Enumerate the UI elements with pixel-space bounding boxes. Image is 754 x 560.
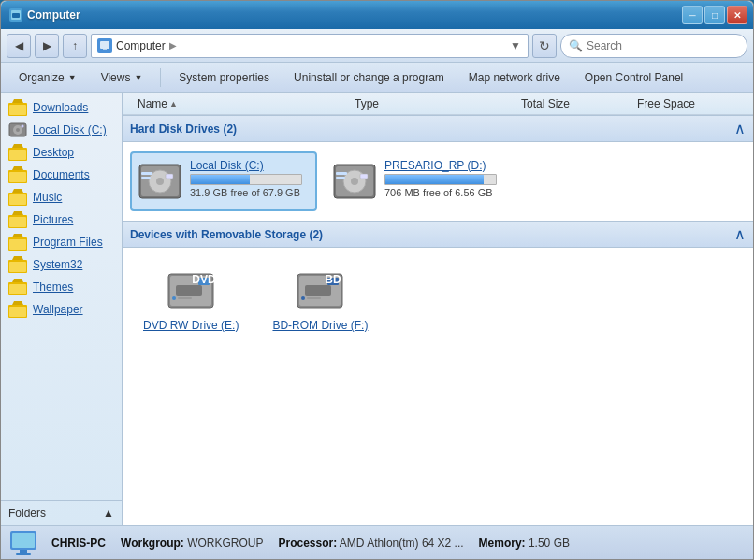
drive-c[interactable]: Local Disk (C:) 31.9 GB free of 67.9 GB: [130, 151, 317, 211]
folders-header[interactable]: Folders ▲: [8, 507, 114, 520]
sidebar-item-local-disk[interactable]: Local Disk (C:): [1, 119, 122, 141]
system-properties-button[interactable]: System properties: [168, 65, 280, 90]
drive-d[interactable]: PRESARIO_RP (D:) 706 MB free of 6.56 GB: [325, 151, 512, 211]
back-button[interactable]: ◀: [7, 34, 31, 58]
svg-rect-31: [9, 284, 26, 294]
drive-c-progress: [190, 174, 302, 185]
svg-rect-52: [176, 285, 202, 296]
svg-rect-40: [166, 174, 173, 179]
sidebar-item-program-files[interactable]: Program Files: [1, 231, 122, 253]
address-path: Computer: [116, 39, 166, 52]
open-control-panel-button[interactable]: Open Control Panel: [574, 65, 693, 90]
search-box[interactable]: 🔍: [560, 34, 747, 58]
col-header-total-size[interactable]: Total Size: [514, 97, 630, 110]
svg-rect-47: [360, 174, 368, 179]
drive-d-size: 706 MB free of 6.56 GB: [384, 187, 497, 198]
music-icon: [8, 189, 27, 206]
col-name-label: Name: [138, 97, 167, 110]
sidebar-label-program-files: Program Files: [33, 236, 103, 249]
svg-text:BD: BD: [326, 273, 342, 286]
maximize-button[interactable]: □: [704, 6, 725, 24]
memory-value: 1.50 GB: [529, 537, 570, 550]
removable-drives-grid: DVD DVD RW Drive (E:): [123, 248, 753, 351]
pc-name-label: CHRIS-PC: [51, 537, 106, 550]
sidebar-item-themes[interactable]: Themes: [1, 276, 122, 298]
svg-rect-59: [305, 285, 331, 296]
svg-rect-66: [20, 550, 27, 553]
sidebar-item-desktop[interactable]: Desktop: [1, 141, 122, 164]
drive-f[interactable]: BD BD-ROM Drive (F:): [259, 257, 381, 341]
drive-d-name: PRESARIO_RP (D:): [384, 159, 497, 172]
hard-disk-section-header[interactable]: Hard Disk Drives (2) ∧: [123, 115, 753, 142]
svg-marker-26: [12, 234, 23, 237]
uninstall-label: Uninstall or change a program: [294, 71, 444, 84]
drive-d-progress: [384, 174, 497, 185]
uninstall-button[interactable]: Uninstall or change a program: [283, 65, 455, 90]
svg-rect-41: [141, 172, 152, 175]
svg-rect-13: [9, 150, 26, 160]
sidebar-label-documents: Documents: [33, 168, 90, 181]
processor-value: AMD Athlon(tm) 64 X2 ...: [340, 537, 464, 550]
minimize-button[interactable]: ─: [682, 6, 703, 24]
map-network-button[interactable]: Map network drive: [458, 65, 571, 90]
col-free-space-label: Free Space: [637, 97, 695, 110]
system32-icon: [8, 256, 27, 273]
organize-button[interactable]: Organize ▼: [8, 65, 87, 90]
processor-label: Processor:: [278, 537, 337, 550]
svg-rect-67: [16, 553, 31, 555]
address-dropdown-icon[interactable]: ▼: [509, 39, 522, 52]
col-header-name[interactable]: Name ▲: [130, 97, 347, 110]
up-button[interactable]: ↑: [63, 34, 87, 58]
svg-rect-6: [9, 105, 26, 115]
sidebar-label-local-disk: Local Disk (C:): [33, 123, 107, 136]
close-button[interactable]: ✕: [727, 6, 747, 24]
sidebar-item-downloads[interactable]: Downloads: [1, 96, 122, 119]
col-header-type[interactable]: Type: [347, 97, 514, 110]
map-network-label: Map network drive: [469, 71, 560, 84]
dvd-icon: DVD: [167, 266, 215, 315]
sidebar-item-documents[interactable]: Documents: [1, 164, 122, 186]
svg-point-39: [156, 178, 164, 185]
sort-arrow-name: ▲: [169, 99, 178, 108]
svg-rect-22: [9, 217, 26, 227]
forward-button[interactable]: ▶: [35, 34, 59, 58]
back-icon: ◀: [15, 39, 23, 52]
sidebar-item-wallpaper[interactable]: Wallpaper: [1, 298, 122, 321]
svg-rect-3: [100, 41, 109, 49]
hard-disk-collapse-icon[interactable]: ∧: [734, 120, 746, 137]
sidebar-item-music[interactable]: Music: [1, 186, 122, 208]
workgroup-value: WORKGROUP: [187, 537, 263, 550]
drive-e[interactable]: DVD DVD RW Drive (E:): [130, 257, 252, 341]
removable-collapse-icon[interactable]: ∧: [734, 225, 746, 243]
folders-collapse-icon: ▲: [103, 507, 114, 520]
drive-d-info: PRESARIO_RP (D:) 706 MB free of 6.56 GB: [384, 159, 497, 198]
svg-rect-49: [336, 177, 345, 179]
sidebar-label-downloads: Downloads: [33, 101, 88, 114]
sidebar-label-desktop: Desktop: [33, 146, 74, 159]
svg-rect-16: [9, 172, 26, 182]
refresh-button[interactable]: ↻: [532, 34, 557, 58]
hdd-c-icon: [138, 159, 182, 204]
title-bar: Computer ─ □ ✕: [1, 1, 753, 29]
sidebar-label-pictures: Pictures: [33, 213, 73, 226]
sidebar-item-pictures[interactable]: Pictures: [1, 208, 122, 231]
search-input[interactable]: [587, 39, 739, 52]
toolbar-separator-1: [160, 68, 161, 87]
col-header-free-space[interactable]: Free Space: [630, 97, 746, 110]
views-button[interactable]: Views ▼: [91, 65, 153, 90]
sidebar-item-system32[interactable]: System32: [1, 253, 122, 276]
svg-rect-42: [141, 177, 151, 179]
svg-point-55: [172, 296, 176, 300]
address-content: Computer ▶: [97, 38, 505, 53]
organize-label: Organize: [19, 71, 65, 84]
window-controls: ─ □ ✕: [682, 6, 747, 24]
documents-icon: [8, 166, 27, 183]
svg-rect-4: [103, 49, 107, 50]
desktop-icon: [8, 144, 27, 161]
address-box[interactable]: Computer ▶ ▼: [91, 34, 529, 58]
removable-section-header[interactable]: Devices with Removable Storage (2) ∧: [123, 221, 753, 248]
up-icon: ↑: [72, 39, 78, 52]
svg-marker-35: [12, 301, 23, 305]
drive-c-size: 31.9 GB free of 67.9 GB: [190, 187, 302, 198]
col-total-size-label: Total Size: [521, 97, 570, 110]
